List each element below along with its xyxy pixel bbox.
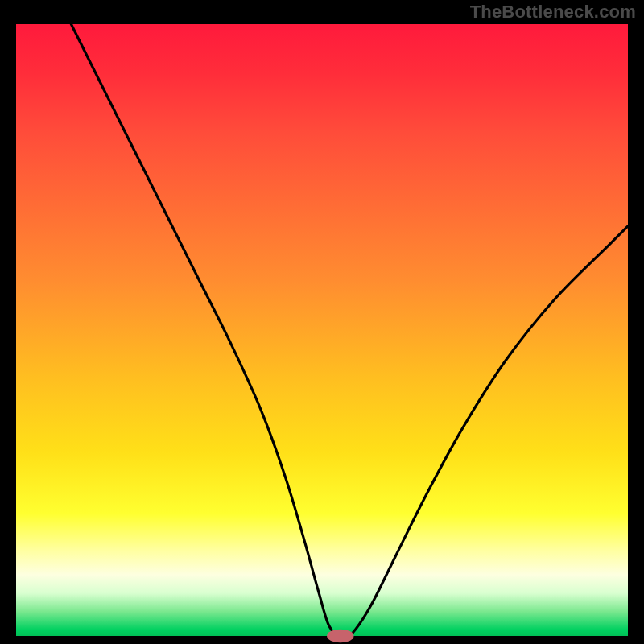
curve-svg [16,24,628,636]
watermark-text: TheBottleneck.com [470,2,636,23]
chart-frame: TheBottleneck.com [0,0,644,644]
optimal-point-marker [327,630,353,643]
bottleneck-curve [71,24,628,637]
plot-area [16,24,628,636]
